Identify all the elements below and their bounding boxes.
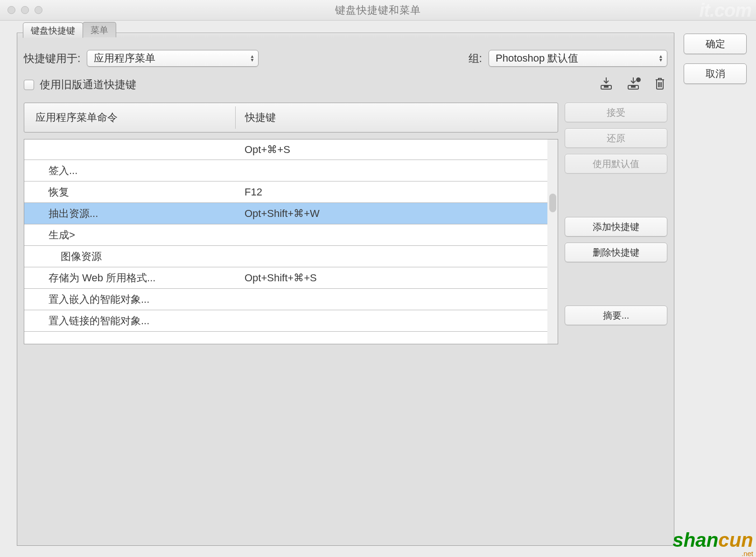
label-shortcut-for: 快捷键用于: bbox=[24, 51, 80, 66]
table-area: 应用程序菜单命令 快捷键 Opt+⌘+S签入...恢复F12抽出资源...Opt… bbox=[24, 103, 667, 344]
chevron-updown-icon: ▲▼ bbox=[250, 55, 254, 62]
close-dot[interactable] bbox=[7, 6, 15, 14]
cell-shortcut: Opt+⌘+S bbox=[235, 144, 547, 156]
table-row[interactable]: 置入嵌入的智能对象... bbox=[24, 289, 547, 310]
min-dot[interactable] bbox=[21, 6, 29, 14]
table-row[interactable]: 签入... bbox=[24, 160, 547, 181]
row-shortcut-for: 快捷键用于: 应用程序菜单 ▲▼ 组: Photoshop 默认值 ▲▼ bbox=[17, 33, 674, 67]
top-watermark: it.com bbox=[693, 0, 756, 23]
ok-button[interactable]: 确定 bbox=[684, 34, 747, 54]
table-row[interactable]: 生成> bbox=[24, 224, 547, 246]
checkbox-label: 使用旧版通道快捷键 bbox=[40, 77, 136, 92]
row-options: 使用旧版通道快捷键 bbox=[17, 67, 674, 92]
bottom-watermark: shancun .net bbox=[672, 530, 753, 557]
table-body-outer: Opt+⌘+S签入...恢复F12抽出资源...Opt+Shift+⌘+W生成>… bbox=[24, 139, 558, 344]
cell-command: 恢复 bbox=[24, 185, 235, 199]
cell-command: 图像资源 bbox=[24, 250, 235, 264]
scrollbar[interactable] bbox=[547, 139, 558, 344]
select-shortcut-for-value: 应用程序菜单 bbox=[94, 51, 155, 65]
tab-menus[interactable]: 菜单 bbox=[83, 22, 116, 37]
trash-icon[interactable] bbox=[654, 77, 665, 92]
right-pane: 确定 取消 bbox=[684, 33, 747, 546]
cell-shortcut: Opt+Shift+⌘+S bbox=[235, 272, 547, 284]
cell-command: 生成> bbox=[24, 228, 235, 242]
label-group: 组: bbox=[469, 51, 482, 66]
table-row[interactable]: 存储为 Web 所用格式...Opt+Shift+⌘+S bbox=[24, 267, 547, 289]
table-row[interactable]: 抽出资源...Opt+Shift+⌘+W bbox=[24, 203, 547, 224]
main-panel: 键盘快捷键 菜单 快捷键用于: 应用程序菜单 ▲▼ 组: Photoshop 默… bbox=[17, 33, 674, 546]
left-pane: 键盘快捷键 菜单 快捷键用于: 应用程序菜单 ▲▼ 组: Photoshop 默… bbox=[17, 33, 674, 546]
table-row[interactable]: Opt+⌘+S bbox=[24, 139, 547, 160]
select-group-value: Photoshop 默认值 bbox=[496, 51, 578, 65]
th-command: 应用程序菜单命令 bbox=[24, 111, 235, 125]
cancel-button[interactable]: 取消 bbox=[684, 63, 747, 84]
btn-use-default: 使用默认值 bbox=[565, 154, 667, 174]
checkbox-legacy[interactable]: 使用旧版通道快捷键 bbox=[24, 77, 136, 92]
set-icon-row bbox=[599, 77, 667, 92]
cell-command: 置入嵌入的智能对象... bbox=[24, 292, 235, 306]
wm-net: .net bbox=[672, 550, 753, 557]
btn-summary[interactable]: 摘要... bbox=[565, 306, 667, 325]
cell-command: 抽出资源... bbox=[24, 207, 235, 221]
save-new-set-icon[interactable] bbox=[626, 77, 641, 92]
wm-part2: cun bbox=[718, 529, 753, 551]
max-dot[interactable] bbox=[35, 6, 42, 14]
svg-rect-1 bbox=[604, 85, 609, 88]
table-body: Opt+⌘+S签入...恢复F12抽出资源...Opt+Shift+⌘+W生成>… bbox=[24, 139, 547, 344]
btn-delete-shortcut[interactable]: 删除快捷键 bbox=[565, 243, 667, 262]
cell-shortcut: Opt+Shift+⌘+W bbox=[235, 208, 547, 220]
table-header: 应用程序菜单命令 快捷键 bbox=[24, 103, 558, 132]
tab-shortcuts[interactable]: 键盘快捷键 bbox=[23, 22, 83, 38]
btn-undo: 还原 bbox=[565, 128, 667, 148]
table-row[interactable]: 恢复F12 bbox=[24, 181, 547, 203]
wm-part1: shan bbox=[672, 529, 718, 551]
select-group[interactable]: Photoshop 默认值 ▲▼ bbox=[489, 50, 667, 67]
btn-accept: 接受 bbox=[565, 103, 667, 122]
table-row[interactable]: 置入链接的智能对象... bbox=[24, 310, 547, 332]
table-row[interactable]: 图像资源 bbox=[24, 246, 547, 267]
cell-command: 置入链接的智能对象... bbox=[24, 314, 235, 328]
tab-bar: 键盘快捷键 菜单 bbox=[23, 22, 116, 37]
window-title: 键盘快捷键和菜单 bbox=[335, 3, 421, 17]
checkbox-box[interactable] bbox=[24, 80, 34, 90]
btn-add-shortcut[interactable]: 添加快捷键 bbox=[565, 217, 667, 237]
svg-point-4 bbox=[636, 77, 641, 82]
shortcut-table: 应用程序菜单命令 快捷键 Opt+⌘+S签入...恢复F12抽出资源...Opt… bbox=[24, 103, 558, 344]
side-actions: 接受 还原 使用默认值 添加快捷键 删除快捷键 摘要... bbox=[565, 103, 667, 344]
cell-command: 存储为 Web 所用格式... bbox=[24, 271, 235, 285]
scroll-thumb[interactable] bbox=[549, 194, 556, 212]
cell-shortcut: F12 bbox=[235, 186, 547, 198]
titlebar: 键盘快捷键和菜单 it.com bbox=[0, 0, 756, 21]
window-controls bbox=[7, 6, 42, 14]
cell-command: 签入... bbox=[24, 164, 235, 178]
save-set-icon[interactable] bbox=[599, 77, 613, 92]
select-shortcut-for[interactable]: 应用程序菜单 ▲▼ bbox=[87, 50, 259, 67]
content-area: 键盘快捷键 菜单 快捷键用于: 应用程序菜单 ▲▼ 组: Photoshop 默… bbox=[0, 21, 756, 546]
th-shortcut: 快捷键 bbox=[236, 111, 558, 125]
svg-rect-3 bbox=[631, 85, 636, 88]
chevron-updown-icon: ▲▼ bbox=[658, 55, 663, 62]
